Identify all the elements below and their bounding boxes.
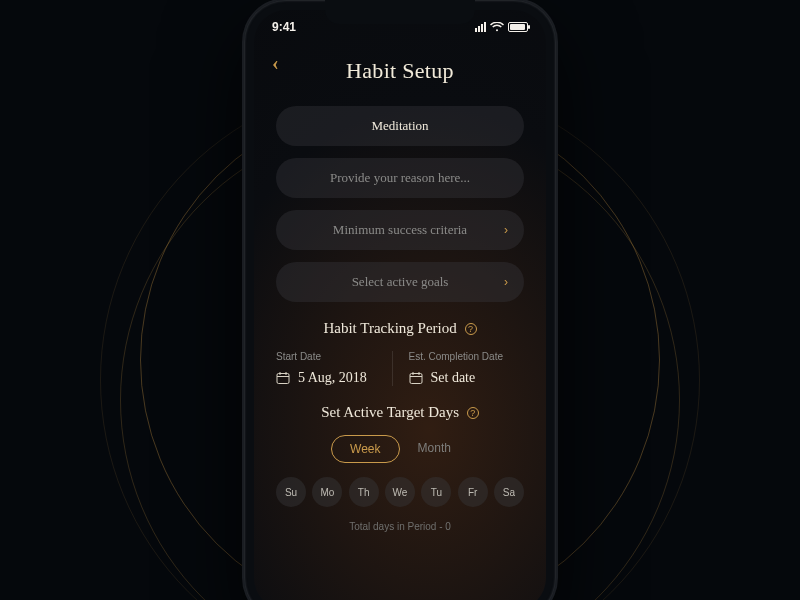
device-notch [325, 0, 475, 24]
day-we[interactable]: We [385, 477, 415, 507]
phone-frame: 9:41 ‹ Habit Setup Meditation Provide yo… [244, 0, 556, 600]
svg-rect-4 [410, 374, 422, 384]
page-title: Habit Setup [276, 58, 524, 84]
day-th[interactable]: Th [349, 477, 379, 507]
day-sa[interactable]: Sa [494, 477, 524, 507]
chevron-right-icon: › [504, 275, 508, 289]
segment-month[interactable]: Month [400, 435, 469, 463]
tracking-heading: Habit Tracking Period ? [276, 320, 524, 337]
start-date-value: 5 Aug, 2018 [298, 370, 367, 386]
period-segment: Week Month [276, 435, 524, 463]
habit-name-value: Meditation [371, 118, 428, 134]
day-fr[interactable]: Fr [458, 477, 488, 507]
day-su[interactable]: Su [276, 477, 306, 507]
success-criteria-label: Minimum success criteria [333, 222, 467, 238]
battery-icon [508, 22, 528, 32]
active-goals-label: Select active goals [352, 274, 449, 290]
start-date-field[interactable]: Start Date 5 Aug, 2018 [276, 351, 392, 386]
total-days-note: Total days in Period - 0 [276, 521, 524, 532]
start-date-label: Start Date [276, 351, 392, 362]
day-tu[interactable]: Tu [421, 477, 451, 507]
end-date-label: Est. Completion Date [409, 351, 525, 362]
calendar-icon [276, 371, 290, 385]
success-criteria-row[interactable]: Minimum success criteria › [276, 210, 524, 250]
day-selector: Su Mo Th We Tu Fr Sa [276, 477, 524, 507]
svg-rect-0 [277, 374, 289, 384]
back-button[interactable]: ‹ [272, 52, 279, 75]
screen: 9:41 ‹ Habit Setup Meditation Provide yo… [254, 10, 546, 600]
wifi-icon [490, 22, 504, 32]
calendar-icon [409, 371, 423, 385]
reason-placeholder: Provide your reason here... [330, 170, 470, 186]
help-icon[interactable]: ? [467, 407, 479, 419]
segment-week[interactable]: Week [331, 435, 399, 463]
target-days-heading: Set Active Target Days ? [276, 404, 524, 421]
chevron-right-icon: › [504, 223, 508, 237]
end-date-field[interactable]: Est. Completion Date Set date [392, 351, 525, 386]
habit-name-input[interactable]: Meditation [276, 106, 524, 146]
help-icon[interactable]: ? [465, 323, 477, 335]
signal-icon [475, 22, 486, 32]
end-date-value: Set date [431, 370, 476, 386]
reason-input[interactable]: Provide your reason here... [276, 158, 524, 198]
day-mo[interactable]: Mo [312, 477, 342, 507]
active-goals-row[interactable]: Select active goals › [276, 262, 524, 302]
status-time: 9:41 [272, 20, 296, 34]
